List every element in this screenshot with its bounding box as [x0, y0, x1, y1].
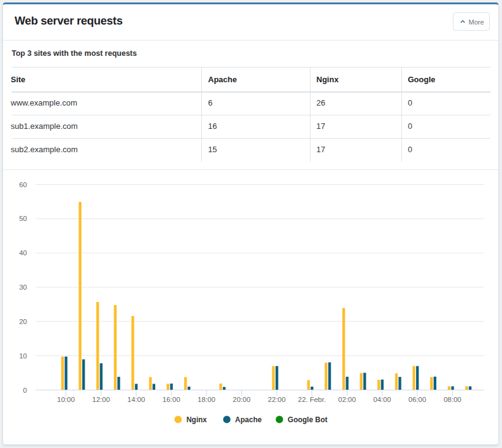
svg-text:Apache: Apache — [235, 415, 262, 424]
svg-text:50: 50 — [19, 215, 27, 222]
svg-text:08:00: 08:00 — [444, 396, 461, 403]
svg-text:Nginx: Nginx — [187, 415, 207, 424]
svg-text:40: 40 — [19, 249, 27, 257]
svg-text:22. Febr.: 22. Febr. — [298, 396, 326, 403]
svg-text:0: 0 — [23, 387, 27, 394]
svg-text:12:00: 12:00 — [92, 396, 110, 403]
svg-text:30: 30 — [19, 284, 27, 291]
svg-text:22:00: 22:00 — [268, 396, 286, 403]
svg-text:Google Bot: Google Bot — [288, 415, 328, 424]
svg-text:20: 20 — [19, 318, 27, 325]
svg-text:06:00: 06:00 — [409, 396, 427, 403]
svg-text:60: 60 — [19, 181, 27, 188]
svg-text:04:00: 04:00 — [373, 396, 391, 403]
svg-text:14:00: 14:00 — [128, 396, 145, 403]
svg-text:02:00: 02:00 — [338, 396, 356, 403]
svg-text:20:00: 20:00 — [233, 396, 250, 403]
svg-text:18:00: 18:00 — [198, 396, 215, 403]
svg-text:10: 10 — [19, 352, 27, 360]
svg-text:16:00: 16:00 — [163, 396, 180, 403]
svg-text:10:00: 10:00 — [57, 396, 75, 403]
